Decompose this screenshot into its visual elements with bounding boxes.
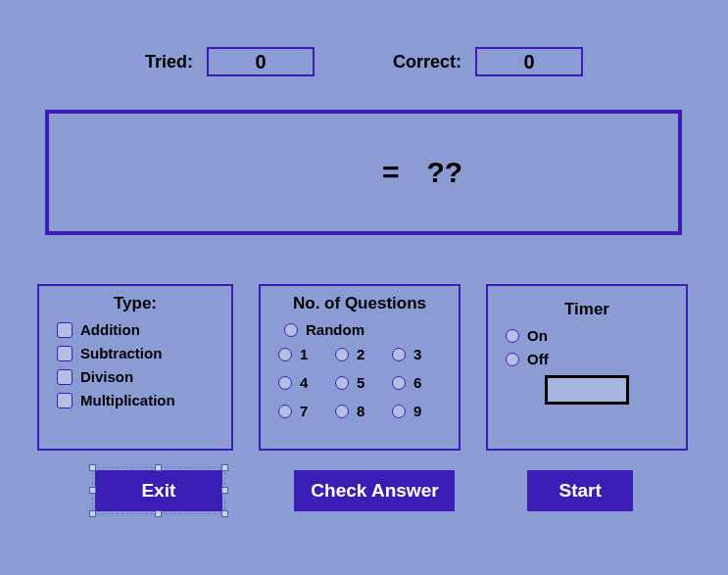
radio-label: 3: [413, 346, 421, 362]
checkbox-subtraction[interactable]: Subtraction: [57, 345, 219, 361]
radio-label: Off: [527, 351, 549, 367]
type-panel: Type: Addition Subtraction Divison Multi…: [37, 284, 233, 451]
correct-value: 0: [523, 51, 534, 73]
timer-panel-title: Timer: [500, 300, 674, 319]
checkbox-icon: [57, 346, 73, 361]
score-row: Tried: 0 Correct: 0: [0, 47, 728, 76]
radio-icon: [335, 405, 349, 418]
radio-3[interactable]: 3: [392, 346, 449, 362]
radio-label: 7: [300, 403, 308, 419]
checkbox-icon: [57, 322, 73, 338]
radio-icon: [278, 405, 292, 418]
check-answer-button[interactable]: Check Answer: [294, 470, 455, 511]
radio-7[interactable]: 7: [278, 403, 335, 419]
radio-2[interactable]: 2: [335, 346, 392, 362]
start-button[interactable]: Start: [527, 470, 633, 511]
tried-value-box: 0: [207, 47, 315, 76]
radio-8[interactable]: 8: [335, 403, 392, 419]
noq-panel-title: No. of Questions: [272, 294, 447, 313]
exit-button[interactable]: Exit: [95, 470, 222, 511]
answer-placeholder: ??: [426, 156, 462, 189]
radio-label: 6: [413, 374, 421, 391]
checkbox-addition[interactable]: Addition: [57, 321, 219, 338]
tried-label: Tried:: [145, 52, 193, 72]
radio-label: Random: [306, 321, 364, 338]
radio-label: On: [527, 327, 548, 344]
radio-icon: [284, 323, 298, 337]
checkbox-division[interactable]: Divison: [57, 368, 219, 385]
correct-label: Correct:: [393, 52, 461, 72]
tried-value: 0: [255, 51, 266, 73]
exit-button-selected-wrap: Exit: [95, 470, 222, 511]
radio-6[interactable]: 6: [392, 374, 449, 391]
checkbox-icon: [57, 369, 73, 385]
radio-label: 9: [413, 403, 421, 419]
checkbox-icon: [57, 393, 73, 408]
radio-9[interactable]: 9: [392, 403, 449, 419]
radio-4[interactable]: 4: [278, 374, 335, 391]
timer-panel: Timer On Off: [486, 284, 688, 451]
equals-sign: =: [382, 156, 400, 189]
radio-icon: [506, 353, 519, 366]
radio-icon: [335, 376, 349, 390]
radio-timer-off[interactable]: Off: [506, 351, 674, 367]
radio-random[interactable]: Random: [284, 321, 447, 338]
radio-label: 5: [357, 374, 364, 391]
timer-display: [545, 375, 629, 405]
radio-icon: [335, 348, 349, 361]
radio-label: 2: [357, 346, 364, 362]
radio-icon: [278, 348, 292, 361]
radio-label: 4: [300, 374, 308, 391]
radio-label: 8: [357, 403, 364, 419]
radio-label: 1: [300, 346, 308, 362]
buttons-row: Exit Check Answer Start: [0, 470, 728, 511]
num-questions-panel: No. of Questions Random 1 2 3 4 5 6 7 8 …: [259, 284, 461, 451]
radio-icon: [392, 348, 406, 361]
radio-icon: [392, 376, 406, 390]
question-display: = ??: [45, 110, 682, 235]
type-panel-title: Type:: [51, 294, 219, 313]
checkbox-multiplication[interactable]: Multiplication: [57, 392, 219, 408]
radio-icon: [278, 376, 292, 390]
radio-icon: [506, 329, 519, 343]
radio-timer-on[interactable]: On: [506, 327, 674, 344]
radio-1[interactable]: 1: [278, 346, 335, 362]
checkbox-label: Subtraction: [80, 345, 162, 361]
radio-icon: [392, 405, 406, 418]
checkbox-label: Divison: [80, 368, 133, 385]
radio-5[interactable]: 5: [335, 374, 392, 391]
checkbox-label: Addition: [80, 321, 140, 338]
correct-value-box: 0: [475, 47, 583, 76]
checkbox-label: Multiplication: [80, 392, 175, 408]
